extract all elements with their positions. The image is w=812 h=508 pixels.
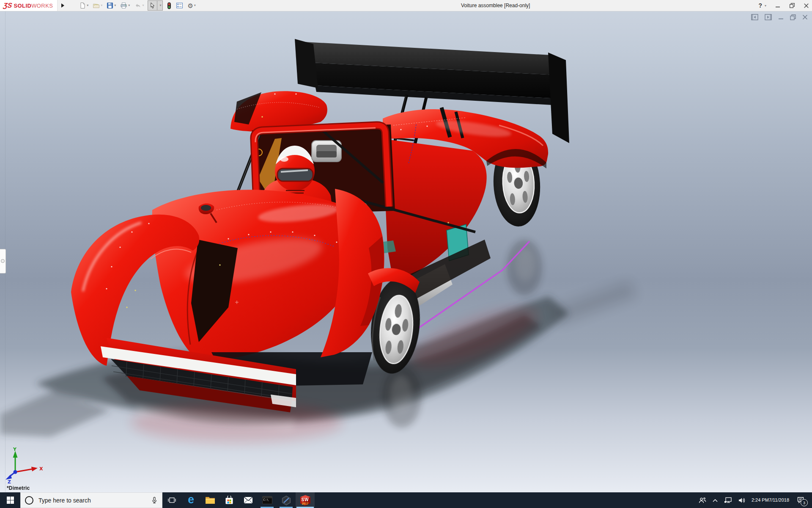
file-explorer-icon: [205, 496, 215, 505]
taskbar-app-solidworks-2017[interactable]: SW 2017: [296, 492, 315, 508]
graphics-viewport[interactable]: Y X Z *Dimetric: [0, 11, 812, 492]
clock-time: 2:24 PM: [752, 497, 769, 503]
gear-icon: ⚙: [187, 3, 193, 9]
people-icon: [698, 497, 706, 504]
select-tool-group: ▾: [148, 0, 163, 11]
select-button[interactable]: [148, 1, 157, 10]
window-title: Voiture assomblee [Read-only]: [461, 0, 530, 11]
microsoft-store-icon: [225, 496, 234, 505]
hidden-icons-button[interactable]: [712, 498, 718, 502]
tray-clock[interactable]: 2:24 PM 7/11/2018: [752, 497, 789, 503]
undo-icon: [134, 2, 141, 9]
close-button[interactable]: [804, 3, 809, 8]
people-button[interactable]: [698, 497, 706, 504]
taskbar-app-task-view[interactable]: [162, 492, 181, 508]
print-button[interactable]: ▾: [120, 1, 130, 10]
mail-icon: [244, 497, 253, 504]
display-settings-button[interactable]: [176, 1, 184, 10]
solidworks-logo: ƷS SOLIDWORKS: [0, 0, 57, 11]
dropdown-caret-icon: ▾: [101, 4, 102, 7]
minimize-button[interactable]: [776, 3, 780, 8]
feature-list-icon: [176, 2, 183, 9]
taskbar-app-mail[interactable]: [239, 492, 258, 508]
dropdown-caret-icon: ▾: [142, 4, 144, 7]
solidworks-app-icon: SW 2017: [300, 495, 311, 506]
solidworks-logo-mark: ƷS: [3, 2, 13, 9]
doc-minimize-button[interactable]: [778, 14, 784, 20]
3d-model-race-car[interactable]: [0, 11, 812, 492]
featuremanager-collapsed-handle[interactable]: [0, 249, 6, 273]
dropdown-caret-icon: ▾: [87, 4, 88, 7]
command-prompt-label: C:\: [263, 499, 269, 502]
view-orientation-label: *Dimetric: [7, 485, 30, 491]
solidworks-icon-label: SW: [300, 497, 311, 502]
doc-close-button[interactable]: [802, 14, 808, 20]
solidworks-icon-year: 2017: [300, 502, 311, 505]
appearance-lights-icon: [167, 2, 172, 9]
edge-icon: e: [188, 494, 194, 505]
orientation-triad: Y X Z: [3, 447, 45, 484]
quick-access-toolbar: ▾ ▾ ▾ ▾ ▾ ▾: [79, 0, 196, 11]
action-center-button[interactable]: 3: [797, 497, 804, 504]
microphone-icon[interactable]: [151, 497, 158, 504]
document-window-controls: [751, 14, 808, 20]
triad-z-label: Z: [8, 479, 11, 484]
undo-button[interactable]: ▾: [134, 1, 144, 10]
right-arrow-icon: [61, 3, 64, 8]
notification-badge: 3: [801, 499, 808, 506]
windows-logo-icon: [7, 497, 14, 504]
doc-restore-button[interactable]: [790, 14, 796, 20]
dropdown-caret-icon: ▾: [159, 4, 161, 7]
help-dropdown-caret-icon: ▾: [765, 4, 766, 8]
chevron-up-icon: [712, 498, 718, 502]
toolbar-expand-button[interactable]: [57, 0, 68, 11]
taskbar-search[interactable]: [20, 492, 162, 508]
network-icon: [724, 497, 732, 504]
window-controls: ? ▾: [758, 0, 809, 11]
dropdown-caret-icon: ▾: [128, 4, 130, 7]
show-pane-right-button[interactable]: [765, 14, 772, 20]
triad-x-label: X: [39, 466, 43, 472]
system-tray: 2:24 PM 7/11/2018 3: [696, 492, 812, 508]
taskbar-app-command-prompt[interactable]: C:\: [258, 492, 277, 508]
triad-y-label: Y: [13, 447, 17, 452]
taskbar-app-microsoft-store[interactable]: [219, 492, 239, 508]
dropdown-caret-icon: ▾: [114, 4, 116, 7]
save-icon: [107, 2, 113, 9]
command-prompt-icon: C:\: [262, 496, 272, 504]
restore-button[interactable]: [790, 3, 795, 8]
volume-button[interactable]: [738, 497, 746, 504]
taskbar-app-file-explorer[interactable]: [200, 492, 219, 508]
network-button[interactable]: [724, 497, 732, 504]
save-button[interactable]: ▾: [106, 1, 116, 10]
speaker-icon: [738, 497, 746, 504]
appearance-button[interactable]: [166, 1, 172, 10]
taskbar-app-edge[interactable]: e: [181, 492, 200, 508]
clock-date: 7/11/2018: [769, 497, 789, 503]
new-document-button[interactable]: ▾: [79, 1, 89, 10]
taskbar-app-cad-app[interactable]: [277, 492, 296, 508]
windows-taskbar: e C:: [0, 492, 812, 508]
search-input[interactable]: [38, 497, 147, 504]
open-document-button[interactable]: ▾: [92, 1, 103, 10]
start-button[interactable]: [0, 492, 20, 508]
new-document-icon: [79, 2, 86, 9]
print-icon: [120, 2, 127, 9]
show-pane-left-button[interactable]: [751, 14, 758, 20]
select-dropdown-button[interactable]: ▾: [157, 1, 162, 10]
title-bar: ƷS SOLIDWORKS ▾ ▾ ▾ ▾ ▾: [0, 0, 812, 11]
cad-app-hexagon-icon: [281, 495, 291, 505]
open-document-icon: [93, 2, 100, 9]
dropdown-caret-icon: ▾: [194, 4, 196, 7]
options-button[interactable]: ⚙ ▾: [187, 1, 196, 10]
help-button[interactable]: ?: [758, 2, 762, 9]
select-cursor-icon: [149, 2, 156, 9]
cortana-icon: [25, 496, 33, 505]
desktop: ƷS SOLIDWORKS ▾ ▾ ▾ ▾ ▾: [0, 0, 812, 508]
task-view-icon: [168, 497, 176, 504]
